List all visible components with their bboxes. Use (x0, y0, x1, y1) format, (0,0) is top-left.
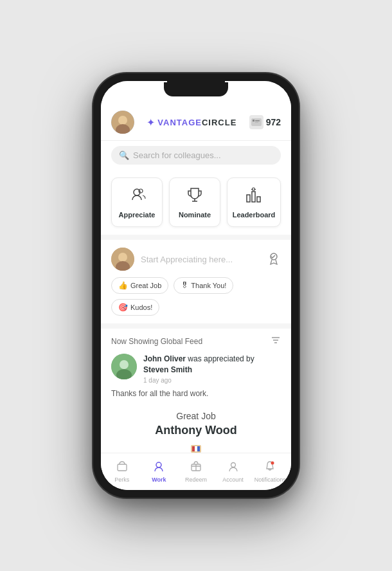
appreciation-input-row: Start Appreciating here... (111, 248, 281, 271)
feed-content: John Oliver was appreciated by Steven Sm… (143, 354, 281, 384)
nav-perks-label: Perks (114, 476, 129, 483)
perks-icon (116, 460, 128, 475)
svg-rect-10 (252, 192, 255, 202)
card-name: Anthony Wood (121, 424, 271, 437)
phone-frame: ✦ VANTAGECIRCLE (93, 73, 299, 498)
search-bar: 🔍 Search for colleagues... (101, 141, 291, 170)
phone-wrapper: ✦ VANTAGECIRCLE (87, 67, 305, 504)
feed-time: 1 day ago (143, 377, 281, 384)
tile-leaderboard[interactable]: Leaderboard (227, 177, 281, 227)
feed-avatar (111, 354, 137, 379)
svg-rect-9 (247, 195, 250, 202)
points-value: 972 (266, 117, 281, 127)
appreciate-icon (128, 186, 146, 207)
svg-rect-37 (118, 464, 127, 471)
app-content: ✦ VANTAGECIRCLE (101, 104, 291, 490)
logo-text: VANTAGECIRCLE (157, 118, 236, 127)
svg-rect-35 (195, 446, 197, 451)
header: ✦ VANTAGECIRCLE (101, 104, 291, 141)
svg-point-14 (118, 253, 127, 262)
redeem-icon (190, 460, 202, 475)
user-avatar[interactable] (111, 111, 134, 134)
feed-user: John Oliver (143, 354, 186, 363)
svg-rect-34 (192, 446, 195, 451)
feed-header: Now Showing Global Feed (111, 335, 281, 347)
medal-icon: 🎖 (181, 281, 188, 290)
action-tiles: Appreciate Nominate (101, 170, 291, 235)
svg-point-38 (156, 462, 161, 467)
chip-great-job[interactable]: 👍 Great Job (111, 277, 168, 294)
svg-rect-4 (253, 120, 254, 122)
search-input-wrap[interactable]: 🔍 Search for colleagues... (111, 146, 281, 165)
account-icon (227, 460, 239, 475)
search-icon: 🔍 (119, 150, 129, 160)
chip-thank-you[interactable]: 🎖 Thank You! (174, 277, 233, 294)
chip-kudos[interactable]: 🎯 Kudos! (111, 299, 159, 316)
nav-work-label: Work (152, 476, 166, 483)
feed-title: Now Showing Global Feed (111, 337, 202, 346)
nav-account-label: Account (222, 476, 244, 483)
kudos-icon: 🎯 (118, 303, 128, 312)
svg-point-40 (231, 463, 235, 467)
appreciation-input-section: Start Appreciating here... 👍 (101, 240, 291, 323)
feed-text: John Oliver was appreciated by Steven Sm… (143, 354, 281, 376)
tile-appreciate-label: Appreciate (119, 211, 156, 219)
feed-message: Thanks for all the hard work. (111, 389, 281, 398)
tile-leaderboard-label: Leaderboard (233, 211, 276, 219)
svg-point-21 (120, 360, 129, 369)
appreciation-placeholder[interactable]: Start Appreciating here... (141, 255, 260, 264)
nav-redeem[interactable]: Redeem (177, 458, 215, 485)
svg-rect-5 (255, 120, 260, 122)
svg-rect-6 (255, 122, 258, 123)
notch (167, 81, 225, 93)
chip-thank-you-label: Thank You! (191, 282, 226, 289)
points-icon (249, 115, 263, 129)
feed-by: Steven Smith (143, 365, 192, 374)
logo-star-icon: ✦ (147, 116, 155, 129)
notifications-icon (264, 460, 276, 475)
app-logo: ✦ VANTAGECIRCLE (147, 116, 236, 129)
bottom-nav: Perks Work (101, 453, 291, 490)
nav-notifications-label: Notifications (254, 476, 286, 483)
thumbs-up-icon: 👍 (118, 281, 128, 290)
nominate-icon (186, 186, 204, 207)
chip-great-job-label: Great Job (130, 282, 161, 289)
nav-redeem-label: Redeem (185, 476, 207, 483)
svg-point-1 (118, 116, 127, 125)
feed-action: was appreciated by (186, 354, 254, 363)
search-placeholder: Search for colleagues... (133, 150, 221, 160)
filter-icon[interactable] (271, 335, 281, 347)
tile-nominate-label: Nominate (179, 211, 211, 219)
svg-point-41 (271, 462, 274, 465)
badge-icon (267, 251, 281, 268)
feed-item: John Oliver was appreciated by Steven Sm… (111, 354, 281, 384)
phone-screen: ✦ VANTAGECIRCLE (101, 81, 291, 490)
leaderboard-icon (245, 186, 263, 207)
points-display: 972 (249, 115, 281, 129)
status-bar (101, 81, 291, 104)
work-icon (153, 460, 165, 475)
card-label: Great Job (121, 411, 271, 421)
nav-perks[interactable]: Perks (103, 458, 141, 485)
current-user-avatar (111, 248, 134, 271)
chip-kudos-label: Kudos! (130, 304, 152, 311)
nav-notifications[interactable]: Notifications (251, 458, 289, 485)
reaction-chips: 👍 Great Job 🎖 Thank You! 🎯 Kudos! (111, 277, 281, 316)
nav-account[interactable]: Account (215, 458, 252, 485)
tile-appreciate[interactable]: Appreciate (111, 177, 163, 227)
tile-nominate[interactable]: Nominate (169, 177, 220, 227)
svg-rect-11 (257, 197, 260, 202)
nav-work[interactable]: Work (141, 458, 178, 485)
svg-rect-36 (197, 446, 200, 451)
